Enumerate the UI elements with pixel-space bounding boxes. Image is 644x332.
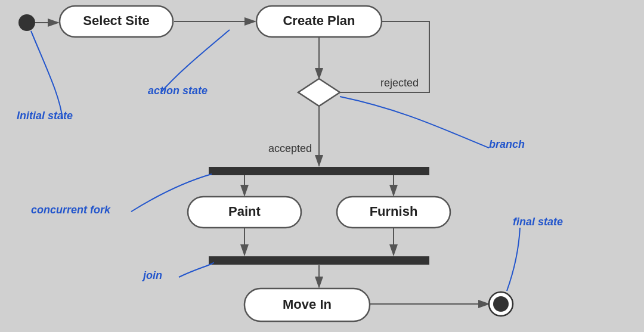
- action-state-annotation: action state: [148, 85, 208, 97]
- join-bar: [209, 256, 429, 265]
- final-state-annotation: final state: [513, 216, 563, 228]
- create-plan-label: Create Plan: [283, 13, 355, 28]
- join-annotation: join: [142, 269, 162, 281]
- diagram-svg: Select Site Create Plan Paint Furnish Mo…: [0, 0, 644, 332]
- move-in-label: Move In: [283, 297, 332, 312]
- final-state-inner: [493, 296, 509, 312]
- initial-state-annotation: Initial state: [17, 110, 73, 122]
- fork-bar: [209, 167, 429, 175]
- paint-label: Paint: [228, 204, 261, 219]
- rejected-annotation: rejected: [380, 77, 419, 89]
- select-site-label: Select Site: [83, 13, 149, 28]
- concurrent-fork-annotation: concurrent fork: [31, 204, 111, 216]
- branch-annotation: branch: [489, 138, 525, 150]
- furnish-label: Furnish: [370, 204, 418, 219]
- accepted-annotation: accepted: [268, 142, 312, 154]
- svg-rect-0: [0, 0, 644, 332]
- initial-state-node: [18, 14, 35, 31]
